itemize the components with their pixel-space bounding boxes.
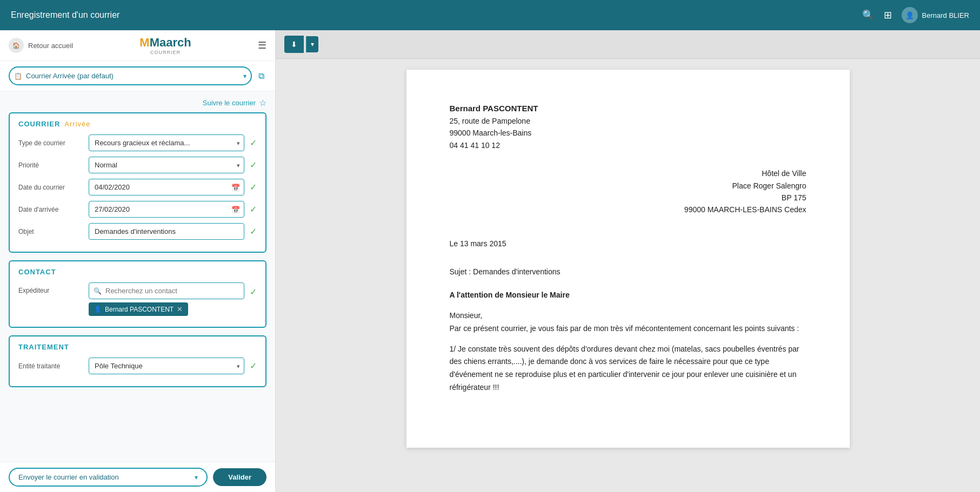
header-right: 🔍 ⊞ 👤 Bernard BLIER: [862, 7, 969, 23]
doc-dropdown-icon: ▾: [311, 41, 314, 48]
envoyer-button[interactable]: Envoyer le courrier en validation ▾: [9, 468, 208, 487]
contact-tag-remove[interactable]: ✕: [177, 305, 183, 313]
sender-name: Bernard PASCONTENT: [450, 102, 806, 115]
grid-icon[interactable]: ⊞: [884, 9, 892, 21]
courrier-select-wrapper: 📋 Courrier Arrivée (par défaut) ▾: [9, 66, 252, 85]
contact-tag: 👤 Bernard PASCONTENT ✕: [89, 302, 188, 316]
user-name: Bernard BLIER: [922, 11, 969, 19]
doc-dropdown-button[interactable]: ▾: [306, 36, 318, 52]
sender-address-1: 25, route de Pampelone: [450, 115, 806, 127]
priorite-row: Priorité Normal ▾ ✓: [18, 157, 257, 173]
courrier-section-title: COURRIER Arrivée: [18, 120, 257, 128]
courrier-select[interactable]: Courrier Arrivée (par défaut): [9, 66, 252, 85]
left-panel-header: 🏠 Retour accueil MMaarch Courrier ☰: [0, 30, 275, 61]
date-text: Le 13 mars 2015: [450, 238, 806, 250]
search-contact-input[interactable]: [89, 282, 244, 299]
maarch-logo: MMaarch Courrier: [139, 36, 191, 55]
receiver-line4: 99000 MAARCH-LES-BAINS Cedex: [450, 204, 806, 215]
sender-block: Bernard PASCONTENT 25, route de Pampelon…: [450, 102, 806, 151]
valider-label: Valider: [228, 473, 251, 481]
courrier-section: COURRIER Arrivée Type de courrier Recour…: [9, 112, 266, 253]
entite-select[interactable]: Pôle Technique: [89, 358, 244, 374]
expediteur-label: Expéditeur: [18, 282, 83, 294]
search-contact-wrapper: 🔍: [89, 282, 244, 299]
entite-label: Entité traitante: [18, 362, 83, 370]
left-panel: 🏠 Retour accueil MMaarch Courrier ☰ 📋 Co…: [0, 30, 276, 492]
contact-section-title: CONTACT: [18, 268, 257, 276]
courrier-select-arrow-icon: ▾: [243, 72, 246, 80]
objet-wrapper: [89, 223, 244, 240]
objet-input[interactable]: [89, 223, 244, 240]
doc-attention: A l'attention de Monsieur le Maire: [450, 289, 806, 301]
courrier-subtitle: Arrivée: [64, 120, 90, 128]
maarch-sub: Courrier: [150, 50, 181, 55]
suivre-label[interactable]: Suivre le courrier: [203, 99, 256, 107]
priorite-check-icon: ✓: [250, 160, 257, 170]
download-button[interactable]: ⬇: [284, 36, 304, 53]
maarch-logo-text: MMaarch: [139, 36, 191, 50]
receiver-line1: Hôtel de Ville: [450, 167, 806, 179]
expediteur-check-icon: ✓: [250, 282, 257, 297]
top-header: Enregistrement d'un courrier 🔍 ⊞ 👤 Berna…: [0, 0, 980, 30]
main-layout: 🏠 Retour accueil MMaarch Courrier ☰ 📋 Co…: [0, 30, 980, 492]
avatar: 👤: [902, 7, 918, 23]
date-courrier-input[interactable]: [89, 179, 244, 196]
date-arrivee-label: Date d'arrivée: [18, 206, 83, 213]
priorite-select[interactable]: Normal: [89, 157, 244, 173]
date-courrier-label: Date du courrier: [18, 184, 83, 191]
objet-row: Objet ✓: [18, 223, 257, 240]
contact-tag-name: Bernard PASCONTENT: [105, 306, 174, 313]
priorite-label: Priorité: [18, 161, 83, 169]
doc-subject: Sujet : Demandes d'interventions: [450, 266, 806, 278]
copy-icon[interactable]: ⧉: [256, 69, 266, 83]
envoyer-label: Envoyer le courrier en validation: [18, 473, 119, 481]
panel-content: Suivre le courrier ☆ COURRIER Arrivée Ty…: [0, 91, 275, 462]
contact-tag-icon: 👤: [94, 306, 102, 313]
entite-check-icon: ✓: [250, 361, 257, 371]
star-icon[interactable]: ☆: [259, 98, 266, 108]
priorite-wrapper: Normal ▾: [89, 157, 244, 173]
contact-tag-wrapper: 👤 Bernard PASCONTENT ✕: [89, 302, 244, 316]
traitement-section: TRAITEMENT Entité traitante Pôle Techniq…: [9, 335, 266, 387]
home-icon: 🏠: [9, 38, 24, 53]
date-arrivee-check-icon: ✓: [250, 204, 257, 214]
search-icon[interactable]: 🔍: [862, 9, 874, 21]
date-courrier-row: Date du courrier 📅 ✓: [18, 179, 257, 196]
download-icon: ⬇: [291, 40, 297, 49]
entite-wrapper: Pôle Technique ▾: [89, 358, 244, 374]
type-courrier-select[interactable]: Recours gracieux et réclama...: [89, 134, 244, 151]
retour-accueil[interactable]: 🏠 Retour accueil: [9, 38, 73, 53]
doc-para1: Monsieur, Par ce présent courrier, je vo…: [450, 309, 806, 335]
header-left: Enregistrement d'un courrier: [11, 10, 119, 20]
objet-check-icon: ✓: [250, 226, 257, 237]
objet-label: Objet: [18, 228, 83, 235]
hamburger-icon[interactable]: ☰: [258, 39, 266, 51]
date-arrivee-input[interactable]: [89, 201, 244, 218]
type-check-icon: ✓: [250, 138, 257, 148]
header-title: Enregistrement d'un courrier: [11, 10, 119, 20]
bottom-buttons: Envoyer le courrier en validation ▾ Vali…: [0, 462, 275, 492]
date-courrier-wrapper: 📅: [89, 179, 244, 196]
type-courrier-wrapper: Recours gracieux et réclama... ▾: [89, 134, 244, 151]
date-courrier-check-icon: ✓: [250, 182, 257, 192]
receiver-block: Hôtel de Ville Place Roger Salengro BP 1…: [450, 167, 806, 216]
doc-toolbar: ⬇ ▾: [276, 30, 980, 59]
date-arrivee-wrapper: 📅: [89, 201, 244, 218]
receiver-line3: BP 175: [450, 192, 806, 204]
document-content: Bernard PASCONTENT 25, route de Pampelon…: [406, 70, 850, 448]
suivre-row: Suivre le courrier ☆: [9, 98, 266, 108]
doc-para2: 1/ Je constate très souvent des dépôts d…: [450, 343, 806, 394]
sender-phone: 04 41 41 10 12: [450, 139, 806, 151]
valider-button[interactable]: Valider: [213, 468, 266, 486]
right-panel: ⬇ ▾ Bernard PASCONTENT 25, route de Pamp…: [276, 30, 980, 492]
envoyer-arrow-icon: ▾: [195, 474, 198, 481]
user-menu[interactable]: 👤 Bernard BLIER: [902, 7, 969, 23]
doc-date: Le 13 mars 2015: [450, 238, 806, 250]
receiver-line2: Place Roger Salengro: [450, 180, 806, 192]
type-courrier-label: Type de courrier: [18, 139, 83, 147]
traitement-section-title: TRAITEMENT: [18, 343, 257, 351]
type-courrier-row: Type de courrier Recours gracieux et réc…: [18, 134, 257, 151]
courrier-icon: 📋: [14, 72, 22, 80]
expediteur-row: Expéditeur 🔍 👤 Bernard PASCONTENT ✕: [18, 282, 257, 316]
entite-row: Entité traitante Pôle Technique ▾ ✓: [18, 358, 257, 374]
